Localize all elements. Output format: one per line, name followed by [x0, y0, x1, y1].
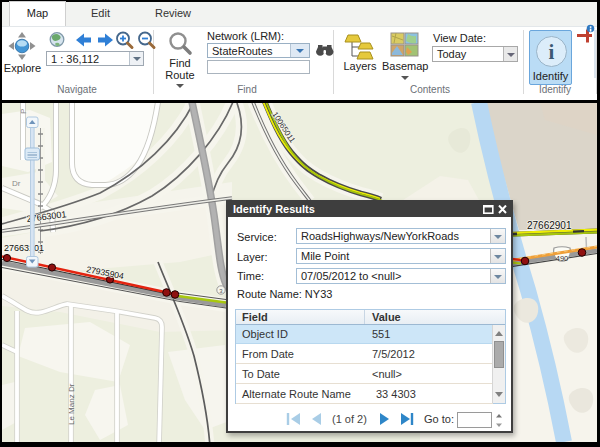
svg-text:Dr: Dr [12, 179, 21, 188]
svg-text:Le Manz Dr: Le Manz Dr [67, 383, 76, 425]
svg-text:i: i [549, 40, 555, 64]
svg-text:27663101: 27663101 [4, 243, 44, 253]
svg-text:P: P [19, 109, 28, 114]
svg-text:490: 490 [556, 254, 569, 263]
svg-text:27662901: 27662901 [527, 220, 572, 231]
